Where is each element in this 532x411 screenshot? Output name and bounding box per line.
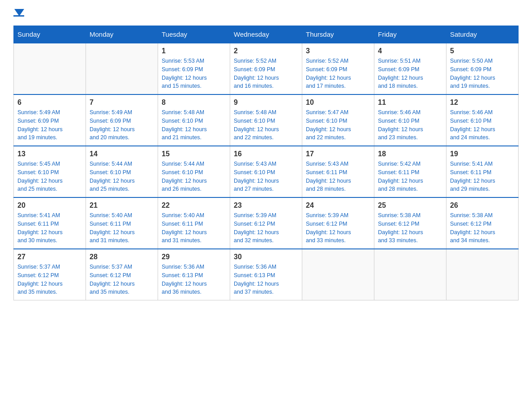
day-number: 26 bbox=[450, 201, 515, 210]
calendar-cell: 5Sunrise: 5:50 AM Sunset: 6:09 PM Daylig… bbox=[446, 43, 519, 94]
day-info: Sunrise: 5:36 AM Sunset: 6:13 PM Dayligh… bbox=[162, 263, 226, 296]
day-info: Sunrise: 5:52 AM Sunset: 6:09 PM Dayligh… bbox=[234, 57, 298, 90]
calendar-cell: 29Sunrise: 5:36 AM Sunset: 6:13 PM Dayli… bbox=[158, 249, 230, 300]
day-number: 12 bbox=[450, 98, 515, 107]
calendar-cell: 10Sunrise: 5:47 AM Sunset: 6:10 PM Dayli… bbox=[302, 94, 374, 146]
week-row-4: 20Sunrise: 5:41 AM Sunset: 6:11 PM Dayli… bbox=[14, 197, 519, 249]
day-number: 18 bbox=[378, 150, 442, 158]
day-info: Sunrise: 5:52 AM Sunset: 6:09 PM Dayligh… bbox=[306, 57, 370, 90]
day-info: Sunrise: 5:46 AM Sunset: 6:10 PM Dayligh… bbox=[378, 108, 442, 142]
day-number: 29 bbox=[162, 253, 226, 261]
calendar-cell: 2Sunrise: 5:52 AM Sunset: 6:09 PM Daylig… bbox=[230, 43, 302, 94]
day-header-sunday: Sunday bbox=[14, 26, 86, 43]
calendar-cell: 20Sunrise: 5:41 AM Sunset: 6:11 PM Dayli… bbox=[14, 197, 86, 249]
day-number: 17 bbox=[306, 150, 370, 158]
day-header-tuesday: Tuesday bbox=[158, 26, 230, 43]
day-info: Sunrise: 5:46 AM Sunset: 6:10 PM Dayligh… bbox=[450, 108, 515, 142]
week-row-2: 6Sunrise: 5:49 AM Sunset: 6:09 PM Daylig… bbox=[14, 94, 519, 146]
day-info: Sunrise: 5:38 AM Sunset: 6:12 PM Dayligh… bbox=[378, 211, 442, 245]
day-info: Sunrise: 5:44 AM Sunset: 6:10 PM Dayligh… bbox=[90, 160, 154, 193]
day-number: 20 bbox=[17, 201, 82, 210]
calendar-cell: 17Sunrise: 5:43 AM Sunset: 6:11 PM Dayli… bbox=[302, 146, 374, 197]
day-number: 11 bbox=[378, 98, 442, 107]
calendar-cell bbox=[302, 249, 374, 300]
calendar-cell bbox=[446, 249, 519, 300]
day-info: Sunrise: 5:50 AM Sunset: 6:09 PM Dayligh… bbox=[450, 57, 515, 90]
day-info: Sunrise: 5:44 AM Sunset: 6:10 PM Dayligh… bbox=[162, 160, 226, 193]
day-info: Sunrise: 5:39 AM Sunset: 6:12 PM Dayligh… bbox=[306, 211, 370, 245]
day-info: Sunrise: 5:48 AM Sunset: 6:10 PM Dayligh… bbox=[162, 108, 226, 142]
day-number: 6 bbox=[17, 98, 82, 107]
day-number: 7 bbox=[90, 98, 154, 107]
calendar-cell: 14Sunrise: 5:44 AM Sunset: 6:10 PM Dayli… bbox=[86, 146, 158, 197]
calendar-cell: 23Sunrise: 5:39 AM Sunset: 6:12 PM Dayli… bbox=[230, 197, 302, 249]
day-info: Sunrise: 5:49 AM Sunset: 6:09 PM Dayligh… bbox=[17, 108, 82, 142]
day-number: 5 bbox=[450, 47, 515, 55]
day-info: Sunrise: 5:43 AM Sunset: 6:11 PM Dayligh… bbox=[306, 160, 370, 193]
page-header bbox=[13, 9, 519, 17]
day-header-saturday: Saturday bbox=[446, 26, 519, 43]
calendar-cell bbox=[374, 249, 446, 300]
calendar-cell: 27Sunrise: 5:37 AM Sunset: 6:12 PM Dayli… bbox=[14, 249, 86, 300]
day-info: Sunrise: 5:42 AM Sunset: 6:11 PM Dayligh… bbox=[378, 160, 442, 193]
day-number: 24 bbox=[306, 201, 370, 210]
day-number: 10 bbox=[306, 98, 370, 107]
calendar-cell: 13Sunrise: 5:45 AM Sunset: 6:10 PM Dayli… bbox=[14, 146, 86, 197]
day-number: 22 bbox=[162, 201, 226, 210]
calendar-cell: 16Sunrise: 5:43 AM Sunset: 6:10 PM Dayli… bbox=[230, 146, 302, 197]
day-info: Sunrise: 5:43 AM Sunset: 6:10 PM Dayligh… bbox=[234, 160, 298, 193]
day-header-thursday: Thursday bbox=[302, 26, 374, 43]
calendar-header-row: SundayMondayTuesdayWednesdayThursdayFrid… bbox=[14, 26, 519, 43]
calendar-cell: 25Sunrise: 5:38 AM Sunset: 6:12 PM Dayli… bbox=[374, 197, 446, 249]
day-info: Sunrise: 5:40 AM Sunset: 6:11 PM Dayligh… bbox=[162, 211, 226, 245]
day-number: 1 bbox=[162, 47, 226, 55]
calendar-cell: 24Sunrise: 5:39 AM Sunset: 6:12 PM Dayli… bbox=[302, 197, 374, 249]
calendar-cell: 7Sunrise: 5:49 AM Sunset: 6:09 PM Daylig… bbox=[86, 94, 158, 146]
day-number: 28 bbox=[90, 253, 154, 261]
day-info: Sunrise: 5:36 AM Sunset: 6:13 PM Dayligh… bbox=[234, 263, 298, 296]
calendar-cell: 15Sunrise: 5:44 AM Sunset: 6:10 PM Dayli… bbox=[158, 146, 230, 197]
day-header-friday: Friday bbox=[374, 26, 446, 43]
day-info: Sunrise: 5:37 AM Sunset: 6:12 PM Dayligh… bbox=[17, 263, 82, 296]
logo bbox=[13, 9, 24, 17]
day-info: Sunrise: 5:53 AM Sunset: 6:09 PM Dayligh… bbox=[162, 57, 226, 90]
day-info: Sunrise: 5:40 AM Sunset: 6:11 PM Dayligh… bbox=[90, 211, 154, 245]
calendar-cell: 3Sunrise: 5:52 AM Sunset: 6:09 PM Daylig… bbox=[302, 43, 374, 94]
day-number: 13 bbox=[17, 150, 82, 158]
logo-underline bbox=[13, 15, 24, 17]
calendar-cell: 12Sunrise: 5:46 AM Sunset: 6:10 PM Dayli… bbox=[446, 94, 519, 146]
calendar-cell: 1Sunrise: 5:53 AM Sunset: 6:09 PM Daylig… bbox=[158, 43, 230, 94]
day-info: Sunrise: 5:45 AM Sunset: 6:10 PM Dayligh… bbox=[17, 160, 82, 193]
calendar-cell: 18Sunrise: 5:42 AM Sunset: 6:11 PM Dayli… bbox=[374, 146, 446, 197]
day-number: 2 bbox=[234, 47, 298, 55]
calendar-cell: 8Sunrise: 5:48 AM Sunset: 6:10 PM Daylig… bbox=[158, 94, 230, 146]
day-info: Sunrise: 5:49 AM Sunset: 6:09 PM Dayligh… bbox=[90, 108, 154, 142]
day-number: 19 bbox=[450, 150, 515, 158]
calendar-cell bbox=[14, 43, 86, 94]
day-number: 9 bbox=[234, 98, 298, 107]
day-info: Sunrise: 5:41 AM Sunset: 6:11 PM Dayligh… bbox=[450, 160, 515, 193]
day-number: 4 bbox=[378, 47, 442, 55]
calendar-cell: 30Sunrise: 5:36 AM Sunset: 6:13 PM Dayli… bbox=[230, 249, 302, 300]
week-row-3: 13Sunrise: 5:45 AM Sunset: 6:10 PM Dayli… bbox=[14, 146, 519, 197]
day-number: 16 bbox=[234, 150, 298, 158]
day-number: 14 bbox=[90, 150, 154, 158]
day-info: Sunrise: 5:38 AM Sunset: 6:12 PM Dayligh… bbox=[450, 211, 515, 245]
day-info: Sunrise: 5:47 AM Sunset: 6:10 PM Dayligh… bbox=[306, 108, 370, 142]
day-number: 30 bbox=[234, 253, 298, 261]
calendar-cell: 28Sunrise: 5:37 AM Sunset: 6:12 PM Dayli… bbox=[86, 249, 158, 300]
day-number: 15 bbox=[162, 150, 226, 158]
week-row-1: 1Sunrise: 5:53 AM Sunset: 6:09 PM Daylig… bbox=[14, 43, 519, 94]
calendar-cell: 6Sunrise: 5:49 AM Sunset: 6:09 PM Daylig… bbox=[14, 94, 86, 146]
calendar-cell: 19Sunrise: 5:41 AM Sunset: 6:11 PM Dayli… bbox=[446, 146, 519, 197]
day-info: Sunrise: 5:37 AM Sunset: 6:12 PM Dayligh… bbox=[90, 263, 154, 296]
week-row-5: 27Sunrise: 5:37 AM Sunset: 6:12 PM Dayli… bbox=[14, 249, 519, 300]
calendar-cell: 21Sunrise: 5:40 AM Sunset: 6:11 PM Dayli… bbox=[86, 197, 158, 249]
day-info: Sunrise: 5:41 AM Sunset: 6:11 PM Dayligh… bbox=[17, 211, 82, 245]
day-number: 21 bbox=[90, 201, 154, 210]
calendar-table: SundayMondayTuesdayWednesdayThursdayFrid… bbox=[13, 26, 519, 300]
day-number: 23 bbox=[234, 201, 298, 210]
calendar-cell: 22Sunrise: 5:40 AM Sunset: 6:11 PM Dayli… bbox=[158, 197, 230, 249]
day-header-monday: Monday bbox=[86, 26, 158, 43]
day-info: Sunrise: 5:39 AM Sunset: 6:12 PM Dayligh… bbox=[234, 211, 298, 245]
